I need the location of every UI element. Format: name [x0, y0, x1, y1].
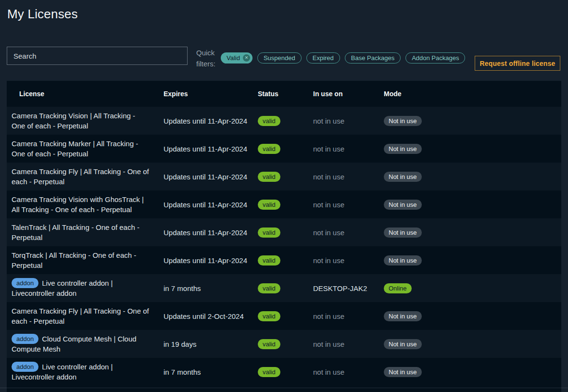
table-row: addonLive controller addon | Livecontrol… [7, 274, 561, 302]
status-badge: valid [258, 172, 280, 182]
license-cell: TorqTrack | All Tracking - One of each -… [12, 246, 164, 274]
license-cell: Camera Tracking Fly | All Tracking - One… [12, 163, 164, 190]
license-name: Camera Tracking Vision with GhosTrack | … [12, 195, 144, 214]
quick-filter-chips: Valid ✕ Suspended Expired Base Packages … [221, 52, 465, 63]
license-name: Camera Tracking Fly | All Tracking - One… [12, 167, 149, 186]
quick-filters-label: Quick filters: [196, 47, 224, 69]
expires-cell: Updates until 11-Apr-2024 [164, 145, 258, 153]
filter-chip-base-packages[interactable]: Base Packages [345, 52, 401, 63]
filter-chip-label: Suspended [264, 54, 295, 62]
in-use-cell: not in use [313, 228, 384, 237]
status-badge: valid [258, 255, 280, 266]
status-badge: valid [258, 144, 280, 154]
license-name: TorqTrack | All Tracking - One of each -… [12, 251, 136, 269]
license-cell: Camera Tracking Vision with GhosTrack | … [12, 190, 164, 218]
status-badge: valid [258, 339, 280, 349]
addon-badge: addon [12, 362, 38, 372]
chip-close-icon[interactable]: ✕ [243, 54, 250, 62]
license-cell: Camera Tracking Fly | All Tracking - One… [12, 302, 164, 330]
column-header-expires: Expires [164, 90, 258, 98]
column-header-status: Status [258, 90, 313, 98]
status-badge: valid [258, 116, 280, 126]
expires-cell: Updates until 11-Apr-2024 [164, 256, 258, 265]
license-cell: Camera Tracking Marker | All Tracking - … [12, 135, 164, 163]
mode-badge: Not in use [384, 200, 422, 210]
column-header-license: License [12, 90, 164, 98]
bottom-divider [0, 388, 568, 388]
filter-chip-label: Base Packages [351, 54, 394, 62]
license-cell: addonLive controller addon | Livecontrol… [12, 358, 164, 386]
license-cell: addonCloud Compute Mesh | Cloud Compute … [12, 330, 164, 358]
licenses-table: License Expires Status In use on Mode Ca… [7, 81, 561, 392]
mode-badge: Not in use [384, 172, 422, 182]
mode-badge: Not in use [384, 228, 422, 238]
in-use-cell: not in use [313, 201, 384, 209]
status-badge: valid [258, 367, 280, 377]
table-row: Camera Tracking Fly | All Tracking - One… [7, 302, 561, 330]
in-use-cell: not in use [313, 256, 384, 265]
expires-cell: Updates until 11-Apr-2024 [164, 173, 258, 181]
mode-badge: Not in use [384, 339, 422, 349]
table-row: Camera Tracking Fly | All Tracking - One… [7, 163, 561, 190]
table-row: addonCloud Compute Mesh | Cloud Compute … [7, 330, 561, 358]
license-name: Camera Tracking Fly | All Tracking - One… [12, 307, 149, 325]
table-row: Camera Tracking Vision with GhosTrack | … [7, 190, 561, 218]
license-name: Camera Tracking Marker | All Tracking - … [12, 139, 138, 158]
in-use-cell: DESKTOP-JAK2 [313, 284, 384, 292]
mode-badge: Not in use [384, 144, 422, 154]
status-badge: valid [258, 200, 280, 210]
table-header: License Expires Status In use on Mode [7, 81, 561, 107]
filter-chip-addon-packages[interactable]: Addon Packages [405, 52, 465, 63]
table-row: TorqTrack | All Tracking - One of each -… [7, 246, 561, 274]
mode-badge: Not in use [384, 311, 422, 321]
status-badge: valid [258, 228, 280, 238]
in-use-cell: not in use [313, 312, 384, 320]
mode-badge: Not in use [384, 255, 422, 266]
in-use-cell: not in use [313, 117, 384, 125]
expires-cell: in 7 months [164, 368, 258, 376]
filter-chip-expired[interactable]: Expired [306, 52, 340, 63]
in-use-cell: not in use [313, 173, 384, 181]
addon-badge: addon [12, 278, 38, 288]
expires-cell: Updates until 11-Apr-2024 [164, 228, 258, 237]
in-use-cell: not in use [313, 145, 384, 153]
filter-chip-suspended[interactable]: Suspended [257, 52, 302, 63]
mode-badge: Not in use [384, 367, 422, 377]
in-use-cell: not in use [313, 340, 384, 348]
table-row: addonLive controller addon | Livecontrol… [7, 358, 561, 386]
status-badge: valid [258, 311, 280, 321]
table-row: Camera Tracking Vision | All Tracking - … [7, 107, 561, 135]
filter-chip-valid[interactable]: Valid ✕ [221, 52, 252, 63]
pagination-bar: Rows per page: 10 1–10 of 16 [7, 386, 561, 392]
addon-badge: addon [12, 334, 38, 344]
mode-badge: Not in use [384, 116, 422, 126]
table-row: TalenTrack | All Tracking - One of each … [7, 218, 561, 246]
mode-badge: Online [384, 283, 412, 293]
expires-cell: in 7 months [164, 284, 258, 292]
column-header-in-use-on: In use on [313, 90, 384, 98]
expires-cell: Updates until 11-Apr-2024 [164, 117, 258, 125]
request-offline-license-button[interactable]: Request offline license [475, 56, 560, 71]
license-name: TalenTrack | All Tracking - One of each … [12, 223, 139, 241]
column-header-mode: Mode [384, 90, 561, 98]
in-use-cell: not in use [313, 368, 384, 376]
expires-cell: Updates until 11-Apr-2024 [164, 201, 258, 209]
filter-chip-label: Expired [313, 54, 334, 62]
table-body: Camera Tracking Vision | All Tracking - … [7, 107, 561, 386]
filter-chip-label: Addon Packages [412, 54, 459, 62]
search-input[interactable] [7, 47, 188, 65]
status-badge: valid [258, 283, 280, 293]
license-cell: Camera Tracking Vision | All Tracking - … [12, 107, 164, 135]
table-row: Camera Tracking Marker | All Tracking - … [7, 135, 561, 163]
expires-cell: Updates until 2-Oct-2024 [164, 312, 258, 320]
license-name: Camera Tracking Vision | All Tracking - … [12, 112, 135, 130]
license-cell: TalenTrack | All Tracking - One of each … [12, 218, 164, 246]
expires-cell: in 19 days [164, 340, 258, 348]
page-title: My Licenses [7, 7, 78, 22]
filter-chip-label: Valid [227, 54, 240, 62]
license-cell: addonLive controller addon | Livecontrol… [12, 274, 164, 302]
